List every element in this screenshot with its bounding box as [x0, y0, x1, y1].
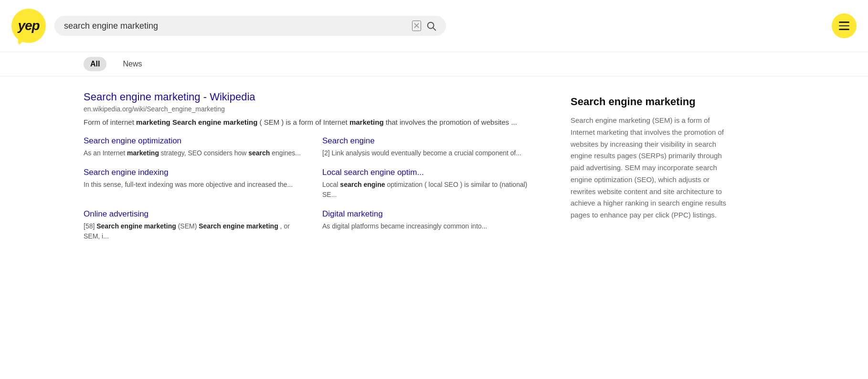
search-icon	[426, 21, 436, 31]
sub-result-snippet-digital: As digital platforms became increasingly…	[322, 221, 542, 231]
sub-result-snippet-online-ads: [58] Search engine marketing (SEM) Searc…	[84, 221, 303, 241]
sub-results-grid: Search engine optimization As an Interne…	[84, 136, 542, 241]
menu-button[interactable]	[832, 13, 857, 38]
sub-result-title-se[interactable]: Search engine	[322, 136, 542, 146]
logo[interactable]: yep	[11, 9, 46, 43]
sub-result-snippet-se: [2] Link analysis would eventually becom…	[322, 148, 542, 158]
primary-result-snippet: Form of internet marketing Search engine…	[84, 117, 542, 128]
results-column: Search engine marketing - Wikipedia en.w…	[84, 91, 542, 255]
search-button[interactable]	[426, 21, 436, 31]
sub-result-snippet-indexing: In this sense, full-text indexing was mo…	[84, 180, 303, 190]
search-input[interactable]	[64, 21, 407, 31]
search-bar: ✕	[54, 16, 446, 36]
sub-result-local: Local search engine optim... Local searc…	[322, 168, 542, 200]
sub-result-title-local[interactable]: Local search engine optim...	[322, 168, 542, 177]
sub-result-snippet-local: Local search engine optimization ( local…	[322, 180, 542, 200]
knowledge-panel: Search engine marketing Search engine ma…	[571, 91, 733, 255]
main-layout: Search engine marketing - Wikipedia en.w…	[0, 76, 868, 269]
logo-text: yep	[18, 18, 39, 33]
sub-result-seo: Search engine optimization As an Interne…	[84, 136, 303, 158]
sub-result-title-seo[interactable]: Search engine optimization	[84, 136, 303, 146]
knowledge-panel-title: Search engine marketing	[571, 96, 733, 108]
sub-result-title-digital[interactable]: Digital marketing	[322, 209, 542, 219]
hamburger-icon	[839, 22, 849, 30]
tab-all[interactable]: All	[84, 57, 106, 71]
sub-result-digital: Digital marketing As digital platforms b…	[322, 209, 542, 241]
knowledge-panel-text: Search engine marketing (SEM) is a form …	[571, 115, 733, 221]
primary-result-title[interactable]: Search engine marketing - Wikipedia	[84, 91, 255, 103]
primary-result-url: en.wikipedia.org/wiki/Search_engine_mark…	[84, 105, 542, 113]
tabs-nav: All News	[0, 52, 868, 76]
snippet-bold1: marketing Search engine marketing	[136, 118, 257, 126]
sub-result-se: Search engine [2] Link analysis would ev…	[322, 136, 542, 158]
tab-news[interactable]: News	[116, 57, 148, 71]
primary-result: Search engine marketing - Wikipedia en.w…	[84, 91, 542, 241]
header: yep ✕	[0, 0, 868, 52]
sub-result-online-ads: Online advertising [58] Search engine ma…	[84, 209, 303, 241]
svg-line-1	[433, 28, 435, 30]
sub-result-indexing: Search engine indexing In this sense, fu…	[84, 168, 303, 200]
sub-result-title-indexing[interactable]: Search engine indexing	[84, 168, 303, 177]
sub-result-snippet-seo: As an Internet marketing strategy, SEO c…	[84, 148, 303, 158]
clear-button[interactable]: ✕	[412, 21, 421, 31]
snippet-bold2: marketing	[349, 118, 384, 126]
sub-result-title-online-ads[interactable]: Online advertising	[84, 209, 303, 219]
